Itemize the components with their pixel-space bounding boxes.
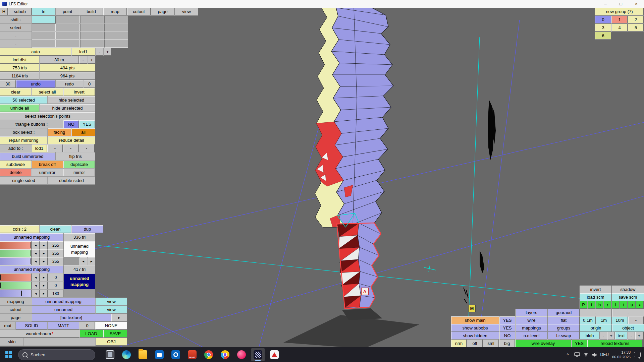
tab-subob[interactable]: subob [8,8,32,15]
show-hidden-button[interactable]: show hidden [451,332,499,340]
lod-dist-value[interactable]: 30 m [40,56,79,64]
dot-button[interactable]: ● [636,301,644,309]
mappings-button[interactable]: mappings [516,324,547,332]
grid-slot[interactable] [32,32,56,40]
cutout-view-button[interactable]: view [96,306,127,313]
flat-button[interactable]: flat [548,316,580,324]
group-1[interactable]: 1 [611,16,628,23]
start-button[interactable] [2,348,15,361]
tab-build[interactable]: build [79,8,103,15]
select-slot[interactable] [80,24,104,32]
mapping-name-button[interactable]: unnamed mapping [32,298,95,305]
p-button[interactable]: P [580,301,587,309]
invert-button[interactable]: invert [63,88,95,96]
group-4[interactable]: 4 [611,24,628,32]
inc-button[interactable]: ► [40,274,48,281]
viewport-3d[interactable] [0,8,644,347]
chrome-beta-icon[interactable] [218,348,232,361]
plus-button[interactable]: + [88,56,96,64]
shift-slot[interactable] [56,16,80,23]
next-texture-button[interactable]: ► [111,314,127,321]
wire-button[interactable]: wire [516,316,547,324]
undo-steps[interactable]: 30 [0,80,16,88]
grid-slot[interactable] [56,40,80,48]
gouraud-button[interactable]: gouraud [548,309,580,316]
model-name[interactable]: wunderbaum* [0,330,79,338]
minus-button[interactable]: - [47,144,63,152]
reduce-detail-button[interactable]: reduce detail [48,136,95,144]
clock[interactable]: 17:33 06.02.2025 [612,350,631,360]
menu-h-button[interactable]: H [0,8,8,15]
next-mapping-button[interactable]: ► [88,257,95,265]
blue-slider[interactable] [0,290,32,297]
object-button[interactable]: object [612,324,644,332]
red-value[interactable]: 0 [48,274,63,281]
save-button[interactable]: SAVE [103,330,127,338]
shift-slot-tri[interactable] [32,16,56,23]
invert-button[interactable]: invert [580,286,611,293]
green-value[interactable]: 255 [48,249,63,257]
wire-overlay-button[interactable]: wire overlay [515,340,571,347]
matt-button[interactable]: MATT [48,322,79,329]
show-subobs-yes[interactable]: YES [499,324,515,332]
language-indicator[interactable]: DEU [600,352,609,357]
mat-value[interactable]: 0 [79,322,95,329]
single-sided-button[interactable]: single sided [0,177,47,184]
lod1-button[interactable]: lod1 [71,48,95,56]
minus-button[interactable]: - [63,144,78,152]
select-slot[interactable] [56,24,80,32]
double-sided-button[interactable]: double sided [48,177,95,184]
unmirror-button[interactable]: unmirror [32,169,63,176]
grid-slot[interactable] [104,32,128,40]
undo-button[interactable]: undo [16,80,55,88]
blob-button[interactable]: blob [580,332,599,340]
1m-button[interactable]: 1m [596,316,611,324]
show-subobs-button[interactable]: show subobs [451,324,499,332]
minus-button[interactable]: - [79,56,87,64]
green-slider[interactable] [0,282,32,289]
minus-button[interactable]: - [612,309,644,316]
redo-steps[interactable]: 0 [84,80,95,88]
plus-button[interactable]: + [607,332,615,340]
l-r-swap-button[interactable]: l.r.swap [548,332,580,340]
text-button[interactable]: text [615,332,627,340]
red-slider[interactable] [0,241,32,249]
tab-point[interactable]: point [56,8,79,15]
tab-map[interactable]: map [103,8,127,15]
cutout-name-button[interactable]: unnamed [32,306,95,313]
load-button[interactable]: LOAD [79,330,103,338]
minus-button[interactable]: - [96,48,103,56]
red-slider[interactable] [0,274,32,281]
minus-button[interactable]: - [600,332,607,340]
grid-slot[interactable] [32,40,56,48]
dec-button[interactable]: ◄ [32,290,40,297]
mapping-1-button[interactable]: unnamed mapping [0,233,63,241]
grid-slot[interactable] [104,40,128,48]
dec-button[interactable]: ◄ [32,257,40,265]
show-hidden-no[interactable]: NO [499,332,515,340]
inc-button[interactable]: ► [40,241,48,249]
tab-tri-active[interactable]: tri [32,8,55,15]
grid-slot[interactable] [80,32,104,40]
hidden-icons-chevron[interactable]: ^ [565,352,571,357]
lfs-app-icon[interactable] [268,348,281,361]
group-6[interactable]: 6 [595,32,611,40]
dec-button[interactable]: ◄ [32,241,40,249]
blue-slider[interactable] [0,257,32,265]
marker-m[interactable]: M [468,305,476,312]
search-input[interactable]: Suchen [18,349,95,360]
load-scm-button[interactable]: load scm [580,293,611,301]
lod-dist-button[interactable]: lod dist [0,56,39,64]
select-slot[interactable] [104,24,128,32]
shift-slot[interactable] [80,16,104,23]
dec-button[interactable]: ◄ [32,274,40,281]
off-button[interactable]: off [467,340,483,347]
duplicate-button[interactable]: duplicate [63,161,95,168]
outlook-icon[interactable] [169,348,182,361]
texture-button[interactable]: [no texture] [32,314,111,321]
delete-button[interactable]: delete [0,169,31,176]
break-off-button[interactable]: break off [32,161,63,168]
flip-tris-button[interactable]: flip tris [56,153,95,160]
solid-button[interactable]: SOLID [16,322,47,329]
hide-unselected-button[interactable]: hide unselected [40,104,95,112]
